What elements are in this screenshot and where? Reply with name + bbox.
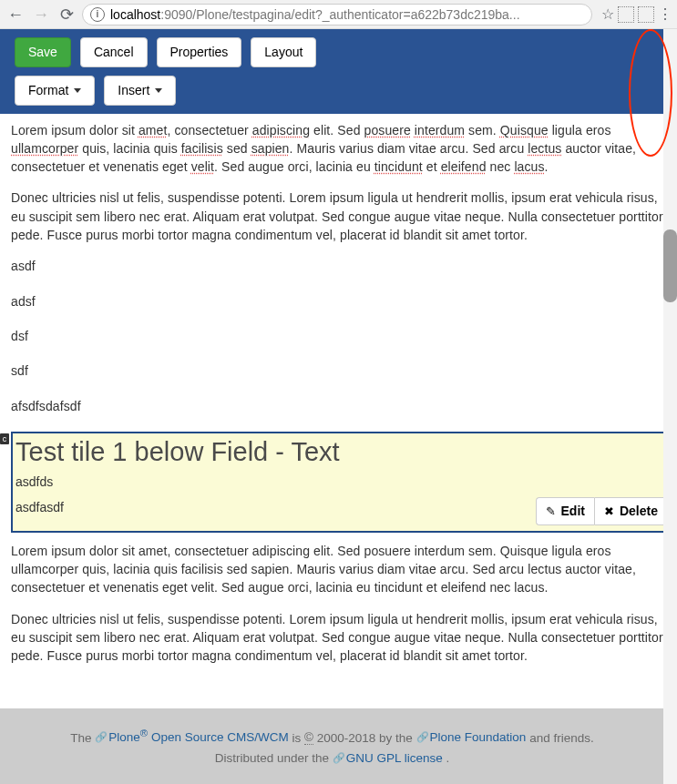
footer-text: is xyxy=(292,730,304,744)
address-bar[interactable]: i localhost:9090/Plone/testpagina/edit?_… xyxy=(82,4,592,25)
footer: The 🔗Plone® Open Source CMS/WCM is © 200… xyxy=(0,708,664,784)
short-line[interactable]: dsf xyxy=(11,327,675,345)
site-info-icon[interactable]: i xyxy=(90,7,105,22)
tile-block[interactable]: Test tile 1 below Field - Text asdfds as… xyxy=(11,432,675,533)
browser-menu-icon[interactable]: ⋮ xyxy=(658,5,672,23)
browser-toolbar: ← → ⟳ i localhost:9090/Plone/testpagina/… xyxy=(0,0,677,29)
tile-title: Test tile 1 below Field - Text xyxy=(15,437,671,467)
tile-actions: Edit Delete xyxy=(536,497,668,525)
reload-button[interactable]: ⟳ xyxy=(56,6,77,23)
paragraph-3[interactable]: Lorem ipsum dolor sit amet, consectetuer… xyxy=(11,542,675,597)
insert-dropdown[interactable]: Insert xyxy=(104,76,176,106)
link-icon: 🔗 xyxy=(333,752,345,763)
footer-link-foundation[interactable]: 🔗Plone Foundation xyxy=(416,730,527,744)
tile-badge: c xyxy=(0,433,9,444)
footer-link-plone[interactable]: 🔗Plone® Open Source CMS/WCM xyxy=(95,730,288,744)
paragraph-4[interactable]: Donec ultricies nisl ut felis, suspendis… xyxy=(11,610,675,666)
footer-text: Distributed under the xyxy=(215,751,333,765)
scrollbar-thumb[interactable] xyxy=(663,229,677,302)
save-button[interactable]: Save xyxy=(15,37,71,67)
plone-toolbar: Save Cancel Properties Layout Format Ins… xyxy=(0,29,677,114)
paragraph-2[interactable]: Donec ultricies nisl ut felis, suspendis… xyxy=(11,188,675,244)
format-dropdown[interactable]: Format xyxy=(15,76,95,106)
page-viewport: Save Cancel Properties Layout Format Ins… xyxy=(0,29,677,784)
forward-button: → xyxy=(31,6,51,23)
edit-tile-button[interactable]: Edit xyxy=(536,497,594,525)
url-text: localhost:9090/Plone/testpagina/edit?_au… xyxy=(110,7,520,22)
properties-button[interactable]: Properties xyxy=(157,37,242,67)
delete-label: Delete xyxy=(620,504,658,519)
link-icon: 🔗 xyxy=(95,731,108,742)
footer-text: The xyxy=(70,730,95,744)
react-devtools-icon[interactable] xyxy=(638,6,654,23)
delete-tile-button[interactable]: Delete xyxy=(594,497,668,525)
insert-label: Insert xyxy=(118,83,149,98)
format-label: Format xyxy=(28,83,68,98)
scrollbar-track[interactable] xyxy=(663,29,677,784)
x-icon xyxy=(604,504,614,519)
chevron-down-icon xyxy=(74,88,81,93)
browser-right-icons: ☆ ⋮ xyxy=(601,5,672,23)
bookmark-star-icon[interactable]: ☆ xyxy=(601,5,614,23)
back-button[interactable]: ← xyxy=(5,6,26,23)
short-line[interactable]: afsdfsdafsdf xyxy=(11,397,675,415)
extension-icon[interactable] xyxy=(618,6,634,23)
short-line[interactable]: sdf xyxy=(11,361,675,380)
footer-text: 2000-2018 by the xyxy=(317,730,416,744)
short-lines[interactable]: asdf adsf dsf sdf afsdfsdafsdf xyxy=(11,257,675,414)
edit-label: Edit xyxy=(561,504,585,519)
layout-button[interactable]: Layout xyxy=(251,37,316,67)
footer-link-license[interactable]: 🔗GNU GPL license xyxy=(333,751,443,765)
footer-text: . xyxy=(446,751,450,765)
pencil-icon xyxy=(546,504,556,519)
footer-text: and friends. xyxy=(529,730,594,744)
short-line[interactable]: adsf xyxy=(11,292,675,311)
short-line[interactable]: asdf xyxy=(11,257,675,275)
link-icon: 🔗 xyxy=(416,731,429,742)
paragraph-1[interactable]: Lorem ipsum dolor sit amet, consectetuer… xyxy=(11,121,675,177)
content-area[interactable]: Lorem ipsum dolor sit amet, consectetuer… xyxy=(0,114,677,778)
copyright-abbr: © xyxy=(304,730,313,745)
cancel-button[interactable]: Cancel xyxy=(80,37,148,67)
chevron-down-icon xyxy=(155,88,162,93)
tile-line-1: asdfds xyxy=(15,474,671,489)
